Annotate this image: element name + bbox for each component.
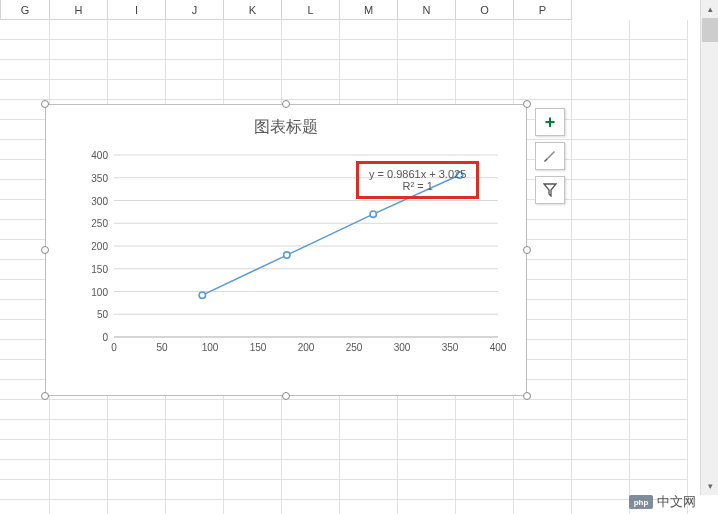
grid-cell[interactable] <box>50 420 108 440</box>
chart-object[interactable]: 图表标题 05010015020025030035040005010015020… <box>45 104 527 396</box>
grid-cell[interactable] <box>456 500 514 514</box>
grid-cell[interactable] <box>572 140 630 160</box>
grid-cell[interactable] <box>398 480 456 500</box>
grid-cell[interactable] <box>224 440 282 460</box>
grid-cell[interactable] <box>50 500 108 514</box>
grid-cell[interactable] <box>282 20 340 40</box>
grid-cell[interactable] <box>456 20 514 40</box>
col-header[interactable]: J <box>166 0 224 20</box>
grid-cell[interactable] <box>340 60 398 80</box>
col-header[interactable]: G <box>0 0 50 20</box>
grid-cell[interactable] <box>572 480 630 500</box>
grid-cell[interactable] <box>514 60 572 80</box>
grid-cell[interactable] <box>340 80 398 100</box>
grid-cell[interactable] <box>282 60 340 80</box>
grid-cell[interactable] <box>572 440 630 460</box>
grid-cell[interactable] <box>50 60 108 80</box>
col-header[interactable]: H <box>50 0 108 20</box>
col-header[interactable]: K <box>224 0 282 20</box>
grid-cell[interactable] <box>572 220 630 240</box>
grid-cell[interactable] <box>166 440 224 460</box>
grid-cell[interactable] <box>572 160 630 180</box>
grid-cell[interactable] <box>398 400 456 420</box>
grid-cell[interactable] <box>514 460 572 480</box>
grid-cell[interactable] <box>456 440 514 460</box>
resize-handle[interactable] <box>41 246 49 254</box>
grid-cell[interactable] <box>282 460 340 480</box>
grid-cell[interactable] <box>630 320 688 340</box>
grid-cell[interactable] <box>0 400 50 420</box>
grid-cell[interactable] <box>340 440 398 460</box>
grid-cell[interactable] <box>0 500 50 514</box>
resize-handle[interactable] <box>523 100 531 108</box>
grid-cell[interactable] <box>50 480 108 500</box>
col-header[interactable]: M <box>340 0 398 20</box>
grid-cell[interactable] <box>0 300 50 320</box>
grid-cell[interactable] <box>630 260 688 280</box>
grid-cell[interactable] <box>0 40 50 60</box>
grid-cell[interactable] <box>398 40 456 60</box>
resize-handle[interactable] <box>41 392 49 400</box>
grid-cell[interactable] <box>224 420 282 440</box>
grid-cell[interactable] <box>0 460 50 480</box>
grid-cell[interactable] <box>514 40 572 60</box>
resize-handle[interactable] <box>282 392 290 400</box>
grid-cell[interactable] <box>50 460 108 480</box>
grid-cell[interactable] <box>630 240 688 260</box>
grid-cell[interactable] <box>572 500 630 514</box>
grid-cell[interactable] <box>0 60 50 80</box>
grid-cell[interactable] <box>572 260 630 280</box>
grid-cell[interactable] <box>572 240 630 260</box>
chart-area[interactable]: 图表标题 05010015020025030035040005010015020… <box>54 113 518 387</box>
grid-cell[interactable] <box>0 140 50 160</box>
grid-cell[interactable] <box>572 200 630 220</box>
grid-cell[interactable] <box>50 40 108 60</box>
grid-cell[interactable] <box>630 120 688 140</box>
grid-cell[interactable] <box>282 480 340 500</box>
grid-cell[interactable] <box>108 400 166 420</box>
grid-cell[interactable] <box>572 40 630 60</box>
grid-cell[interactable] <box>0 440 50 460</box>
grid-cell[interactable] <box>630 460 688 480</box>
grid-cell[interactable] <box>0 280 50 300</box>
grid-cell[interactable] <box>630 180 688 200</box>
grid-cell[interactable] <box>630 440 688 460</box>
grid-cell[interactable] <box>572 80 630 100</box>
col-header[interactable]: O <box>456 0 514 20</box>
grid-cell[interactable] <box>630 160 688 180</box>
grid-cell[interactable] <box>166 500 224 514</box>
grid-cell[interactable] <box>630 220 688 240</box>
grid-cell[interactable] <box>572 320 630 340</box>
grid-cell[interactable] <box>340 40 398 60</box>
grid-cell[interactable] <box>108 500 166 514</box>
grid-cell[interactable] <box>572 120 630 140</box>
grid-cell[interactable] <box>514 480 572 500</box>
scroll-up-button[interactable]: ▴ <box>701 0 718 18</box>
grid-cell[interactable] <box>514 500 572 514</box>
grid-cell[interactable] <box>340 400 398 420</box>
grid-cell[interactable] <box>572 100 630 120</box>
grid-cell[interactable] <box>166 40 224 60</box>
grid-cell[interactable] <box>572 60 630 80</box>
grid-cell[interactable] <box>166 400 224 420</box>
grid-cell[interactable] <box>282 440 340 460</box>
grid-cell[interactable] <box>0 160 50 180</box>
grid-cell[interactable] <box>0 220 50 240</box>
grid-cell[interactable] <box>340 500 398 514</box>
grid-cell[interactable] <box>630 380 688 400</box>
chart-filter-button[interactable] <box>535 176 565 204</box>
resize-handle[interactable] <box>282 100 290 108</box>
grid-cell[interactable] <box>630 60 688 80</box>
grid-cell[interactable] <box>108 480 166 500</box>
chart-title[interactable]: 图表标题 <box>54 117 518 138</box>
grid-cell[interactable] <box>224 500 282 514</box>
grid-cell[interactable] <box>572 400 630 420</box>
grid-cell[interactable] <box>398 500 456 514</box>
grid-cell[interactable] <box>630 20 688 40</box>
grid-cell[interactable] <box>630 140 688 160</box>
grid-cell[interactable] <box>398 420 456 440</box>
grid-cell[interactable] <box>224 60 282 80</box>
grid-cell[interactable] <box>0 480 50 500</box>
grid-cell[interactable] <box>0 120 50 140</box>
grid-cell[interactable] <box>224 20 282 40</box>
